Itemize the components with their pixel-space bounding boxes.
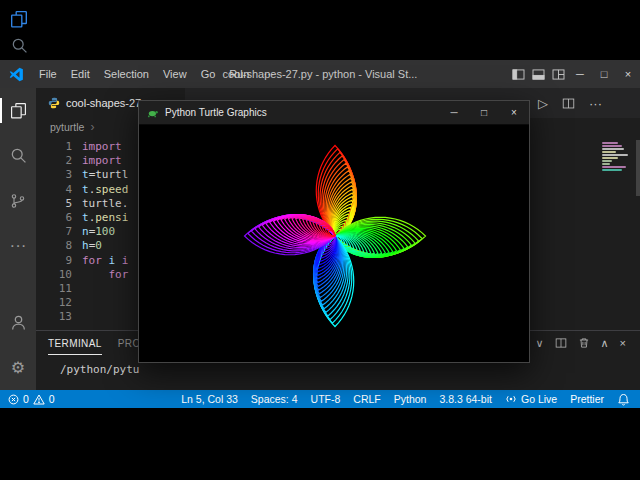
turtle-app-icon xyxy=(147,107,159,119)
menu-[interactable]: ··· xyxy=(257,68,282,80)
code-line-13[interactable] xyxy=(82,310,128,324)
language-selector[interactable]: Python xyxy=(394,393,427,405)
python-interpreter[interactable]: 3.8.3 64-bit xyxy=(439,393,492,405)
menu-go[interactable]: Go xyxy=(194,68,223,80)
minimap-line-5 xyxy=(602,154,628,156)
settings-gear-icon[interactable]: ⚙ xyxy=(0,345,36,390)
maximize-panel-icon[interactable]: ∧ xyxy=(601,338,609,349)
line-number-9: 9 xyxy=(36,254,72,268)
menu-view[interactable]: View xyxy=(156,68,194,80)
minimap-line-2 xyxy=(602,145,622,147)
warning-icon xyxy=(33,394,45,405)
toggle-panel-icon[interactable] xyxy=(528,60,548,88)
minimap-line-4 xyxy=(602,151,616,153)
code-line-9[interactable]: for i i xyxy=(82,254,128,268)
code-line-2[interactable]: import xyxy=(82,154,128,168)
line-number-13: 13 xyxy=(36,310,72,324)
problems-status[interactable]: 0 0 xyxy=(8,393,55,405)
code-line-5[interactable]: turtle. xyxy=(82,197,128,211)
minimap-line-7 xyxy=(602,160,612,162)
prettier-status[interactable]: Prettier xyxy=(570,393,604,405)
minimap-line-8 xyxy=(602,163,610,165)
status-bar: 0 0 Ln 5, Col 33 Spaces: 4 UTF-8 CRLF Py… xyxy=(0,390,640,408)
indentation-status[interactable]: Spaces: 4 xyxy=(251,393,298,405)
notifications-bell-icon[interactable] xyxy=(617,393,630,406)
code-line-3[interactable]: t=turtl xyxy=(82,168,128,182)
minimize-button[interactable]: ─ xyxy=(568,60,592,88)
go-live-button[interactable]: Go Live xyxy=(505,393,557,405)
account-icon[interactable] xyxy=(0,300,36,345)
line-number-10: 10 xyxy=(36,268,72,282)
chevron-right-icon: › xyxy=(90,120,94,134)
line-number-7: 7 xyxy=(36,225,72,239)
code-line-4[interactable]: t.speed xyxy=(82,183,128,197)
python-file-icon xyxy=(48,97,60,109)
search-icon[interactable] xyxy=(0,133,36,178)
line-number-3: 3 xyxy=(36,168,72,182)
menu-file[interactable]: File xyxy=(32,68,64,80)
turtle-graphics-window: Python Turtle Graphics ─ □ × xyxy=(138,100,530,363)
source-control-icon[interactable] xyxy=(0,178,36,223)
status-right: Ln 5, Col 33 Spaces: 4 UTF-8 CRLF Python… xyxy=(181,393,640,406)
code-line-11[interactable] xyxy=(82,282,128,296)
split-editor-icon[interactable] xyxy=(562,97,575,110)
titlebar: FileEditSelectionViewGoRun··· cool-shape… xyxy=(0,60,640,88)
encoding-status[interactable]: UTF-8 xyxy=(311,393,341,405)
eol-status[interactable]: CRLF xyxy=(353,393,380,405)
menu-selection[interactable]: Selection xyxy=(97,68,156,80)
editor-more-actions-icon[interactable]: ··· xyxy=(589,97,602,110)
editor-scrollbar[interactable] xyxy=(636,140,640,196)
code-line-12[interactable] xyxy=(82,296,128,310)
maximize-button[interactable]: □ xyxy=(592,60,616,88)
minimap-line-3 xyxy=(602,148,624,150)
close-button[interactable]: × xyxy=(616,60,640,88)
code-line-1[interactable]: import xyxy=(82,140,128,154)
line-number-2: 2 xyxy=(36,154,72,168)
terminal-output[interactable]: /python/pytu xyxy=(36,363,640,376)
editor-actions: ▷ ··· xyxy=(538,88,602,118)
turtle-window-controls: ─ □ × xyxy=(439,101,529,125)
minimap-line-10 xyxy=(602,169,622,171)
terminal-dropdown-icon[interactable]: ∨ xyxy=(535,338,543,349)
code-line-6[interactable]: t.pensi xyxy=(82,211,128,225)
warning-count: 0 xyxy=(49,393,55,405)
code-line-7[interactable]: n=100 xyxy=(82,225,128,239)
error-count: 0 xyxy=(23,393,29,405)
turtle-canvas xyxy=(139,125,529,362)
customize-layout-icon[interactable] xyxy=(548,60,568,88)
code-line-8[interactable]: h=0 xyxy=(82,239,128,253)
menu-run[interactable]: Run xyxy=(222,68,256,80)
kill-terminal-trash-icon[interactable] xyxy=(578,337,590,349)
line-number-4: 4 xyxy=(36,183,72,197)
more-views-icon[interactable]: ··· xyxy=(0,223,36,268)
tab-terminal[interactable]: TERMINAL xyxy=(48,331,102,355)
line-number-6: 6 xyxy=(36,211,72,225)
split-terminal-icon[interactable] xyxy=(555,337,567,349)
code-text[interactable]: importimportt=turtlt.speedturtle.t.pensi… xyxy=(82,140,128,325)
menu-bar: FileEditSelectionViewGoRun··· xyxy=(32,68,282,80)
menu-edit[interactable]: Edit xyxy=(64,68,97,80)
error-icon xyxy=(8,394,19,405)
minimap-line-9 xyxy=(602,166,626,168)
line-number-1: 1 xyxy=(36,140,72,154)
run-python-file-button[interactable]: ▷ xyxy=(538,97,548,110)
toggle-sidebar-icon[interactable] xyxy=(508,60,528,88)
turtle-minimize-button[interactable]: ─ xyxy=(439,101,469,125)
turtle-maximize-button[interactable]: □ xyxy=(469,101,499,125)
minimap-line-1 xyxy=(602,142,618,144)
turtle-close-button[interactable]: × xyxy=(499,101,529,125)
overlay-files-icon xyxy=(10,10,28,28)
line-number-gutter: 12345678910111213 xyxy=(36,140,72,325)
line-number-11: 11 xyxy=(36,282,72,296)
cursor-position[interactable]: Ln 5, Col 33 xyxy=(181,393,238,405)
vscode-logo-icon xyxy=(9,67,24,82)
close-panel-icon[interactable]: × xyxy=(620,338,626,349)
titlebar-controls: ─ □ × xyxy=(508,60,640,88)
code-line-10[interactable]: for xyxy=(82,268,128,282)
minimap[interactable] xyxy=(602,142,634,172)
activity-bar: ··· ⚙ xyxy=(0,88,36,390)
explorer-icon[interactable] xyxy=(0,88,36,133)
turtle-titlebar[interactable]: Python Turtle Graphics ─ □ × xyxy=(139,101,529,125)
line-number-8: 8 xyxy=(36,239,72,253)
breadcrumb-folder[interactable]: pyturtle xyxy=(50,121,84,133)
